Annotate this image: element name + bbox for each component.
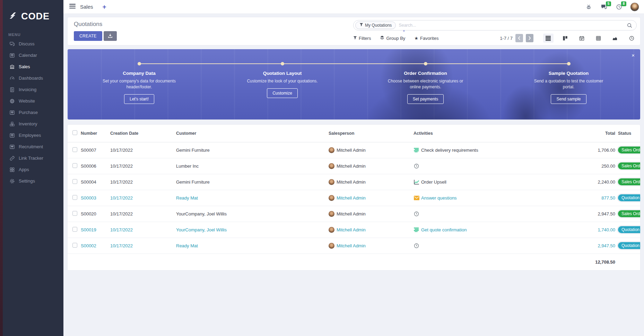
set-payments-button[interactable]: Set payments	[407, 94, 444, 104]
creation-date: 10/17/2022	[110, 148, 133, 153]
pager: 1-7 / 7	[500, 34, 533, 42]
column-header-customer[interactable]: Customer	[176, 125, 329, 142]
salesperson-avatar	[329, 195, 334, 201]
row-checkbox[interactable]	[72, 227, 77, 232]
table-row[interactable]: S00020 10/17/2022 YourCompany, Joel Will…	[68, 206, 640, 222]
table-row[interactable]: S00003 10/17/2022 Ready Mat Mitchell Adm…	[68, 190, 640, 206]
pager-next-button[interactable]	[526, 34, 533, 42]
select-all-checkbox[interactable]	[72, 130, 77, 135]
column-header-activities[interactable]: Activities	[414, 125, 558, 142]
column-header-status[interactable]: Status	[615, 125, 640, 142]
link-icon	[9, 155, 15, 161]
status-badge: Quotation	[618, 242, 640, 249]
sidebar-item-label: Settings	[19, 178, 35, 184]
quotation-number: S00006	[81, 163, 96, 169]
table-row[interactable]: S00019 10/17/2022 YourCompany, Joel Will…	[68, 222, 640, 238]
lets-start-button[interactable]: Let's start!	[124, 94, 154, 104]
activity-cell[interactable]	[414, 211, 558, 217]
row-checkbox[interactable]	[72, 179, 77, 184]
salesperson-avatar	[329, 147, 334, 153]
quotations-table: Number Creation Date Customer Salesperso…	[68, 125, 640, 270]
hamburger-menu-icon[interactable]	[69, 4, 76, 10]
onboarding-step-quotation-layout: Quotation Layout Customize the look of y…	[211, 49, 354, 120]
row-checkbox[interactable]	[72, 147, 77, 152]
row-checkbox[interactable]	[72, 163, 77, 168]
sidebar-item-inventory[interactable]: Inventory	[0, 118, 63, 130]
bug-icon[interactable]	[584, 3, 593, 11]
tasks-activity-icon	[414, 227, 419, 233]
sidebar-item-recruitment[interactable]: Recruitment	[0, 141, 63, 152]
activity-cell[interactable]	[414, 243, 558, 249]
activity-cell[interactable]: Answer questions	[414, 195, 558, 201]
graph-view-button[interactable]	[610, 34, 620, 43]
sidebar-item-apps[interactable]: Apps	[0, 164, 63, 175]
sidebar-item-calendar[interactable]: Calendar	[0, 50, 63, 61]
user-avatar[interactable]	[630, 2, 639, 11]
send-sample-button[interactable]: Send sample	[551, 94, 586, 104]
row-checkbox[interactable]	[72, 243, 77, 248]
table-row[interactable]: S00006 10/17/2022 Lumber Inc Mitchell Ad…	[68, 158, 640, 174]
sidebar: CODE MENU Discuss Calendar Sales Dashboa…	[0, 0, 63, 336]
search-facet[interactable]: My Quotations	[355, 21, 396, 29]
sidebar-item-invoicing[interactable]: Invoicing	[0, 84, 63, 95]
activity-cell[interactable]: Order Upsell	[414, 179, 558, 185]
step-title: Company Data	[68, 71, 211, 76]
activity-label: Get quote confirmation	[421, 227, 467, 232]
facet-remove-icon[interactable]: ×	[403, 29, 405, 33]
salesperson-avatar	[329, 227, 334, 233]
favorites-button[interactable]: ★ Favorites	[414, 36, 438, 41]
table-row[interactable]: S00004 10/17/2022 Gemini Furniture Mitch…	[68, 174, 640, 190]
app-window: CODE MENU Discuss Calendar Sales Dashboa…	[0, 0, 644, 336]
filters-button[interactable]: Filters	[353, 36, 371, 41]
column-header-creation-date[interactable]: Creation Date	[110, 125, 176, 142]
pivot-view-button[interactable]	[593, 34, 603, 43]
page-title: Quotations	[74, 21, 117, 28]
messages-icon[interactable]: 5	[600, 3, 608, 11]
sidebar-item-link-tracker[interactable]: Link Tracker	[0, 152, 63, 164]
search-icon[interactable]	[627, 23, 632, 28]
gauge-icon	[9, 75, 15, 81]
pager-prev-button[interactable]	[515, 34, 523, 42]
app-logo[interactable]: CODE	[0, 0, 63, 25]
sidebar-item-label: Website	[19, 98, 35, 104]
search-bar[interactable]: My Quotations ×	[353, 20, 637, 30]
row-checkbox[interactable]	[72, 211, 77, 216]
list-view-button[interactable]	[543, 34, 554, 43]
status-badge: Quotation Sent	[618, 226, 640, 233]
activity-clock-icon[interactable]: 8	[615, 3, 623, 11]
customize-button[interactable]: Customize	[267, 88, 298, 98]
sidebar-item-dashboards[interactable]: Dashboards	[0, 72, 63, 84]
table-row[interactable]: S00007 10/17/2022 Gemini Furniture Mitch…	[68, 142, 640, 158]
export-button[interactable]	[104, 31, 117, 41]
group-by-button[interactable]: Group By	[380, 35, 405, 41]
sidebar-item-discuss[interactable]: Discuss	[0, 38, 63, 50]
sidebar-item-sales[interactable]: Sales	[0, 61, 63, 72]
search-input[interactable]	[399, 23, 625, 28]
activity-cell[interactable]: Get quote confirmation	[414, 227, 558, 233]
filter-funnel-icon	[359, 23, 363, 28]
new-tab-button[interactable]: +	[103, 3, 106, 10]
activity-view-button[interactable]	[626, 34, 637, 43]
activity-cell[interactable]	[414, 163, 558, 169]
step-description: Customize the look of your quotations.	[243, 78, 321, 84]
sidebar-item-website[interactable]: Website	[0, 95, 63, 107]
activity-label: Answer questions	[421, 195, 457, 201]
sidebar-item-purchase[interactable]: Purchase	[0, 107, 63, 118]
salesperson-name: Mitchell Admin	[337, 211, 366, 216]
column-header-number[interactable]: Number	[81, 125, 110, 142]
salesperson-avatar	[329, 179, 334, 185]
column-header-total[interactable]: Total	[558, 125, 615, 142]
calendar-view-button[interactable]	[576, 34, 587, 43]
kanban-view-button[interactable]	[560, 34, 570, 43]
table-header-row: Number Creation Date Customer Salesperso…	[68, 125, 640, 142]
row-checkbox[interactable]	[72, 195, 77, 200]
create-button[interactable]: CREATE	[74, 31, 102, 41]
active-app-name[interactable]: Sales	[80, 4, 93, 10]
table-row[interactable]: S00002 10/17/2022 Ready Mat Mitchell Adm…	[68, 238, 640, 254]
app-screen-icon	[9, 52, 15, 58]
sidebar-item-settings[interactable]: Settings	[0, 175, 63, 187]
column-header-salesperson[interactable]: Salesperson	[329, 125, 414, 142]
sidebar-item-employees[interactable]: Employees	[0, 130, 63, 141]
chat-icon	[9, 41, 15, 47]
activity-cell[interactable]: Check delivery requirements	[414, 147, 558, 153]
